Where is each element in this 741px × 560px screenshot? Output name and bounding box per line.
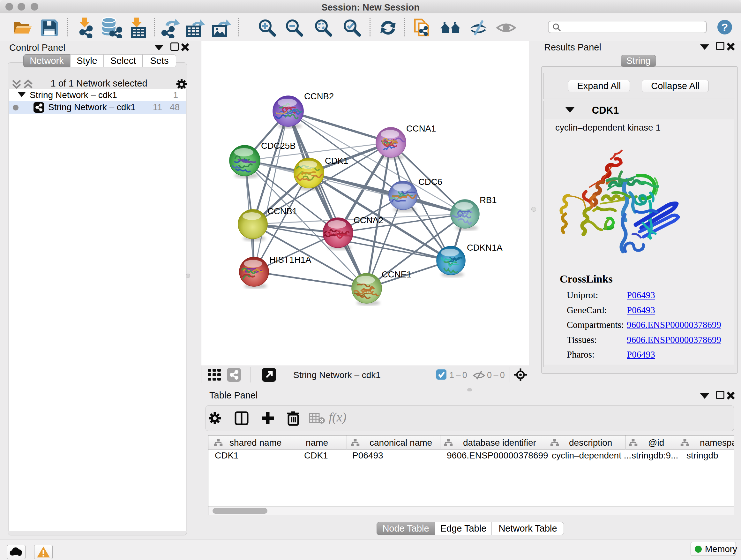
svg-text:CCNA2: CCNA2 xyxy=(354,215,383,225)
svg-text:CDC25B: CDC25B xyxy=(261,141,296,151)
svg-text:CDC6: CDC6 xyxy=(418,177,442,187)
svg-text:CCNB2: CCNB2 xyxy=(304,91,334,101)
svg-text:CCNE1: CCNE1 xyxy=(382,269,411,279)
svg-text:RB1: RB1 xyxy=(480,195,497,205)
svg-text:CCNB1: CCNB1 xyxy=(267,206,297,216)
svg-text:CDK1: CDK1 xyxy=(325,156,348,166)
svg-text:CDKN1A: CDKN1A xyxy=(467,243,502,253)
svg-text:CCNA1: CCNA1 xyxy=(406,124,436,133)
svg-text:HIST1H1A: HIST1H1A xyxy=(269,255,312,265)
